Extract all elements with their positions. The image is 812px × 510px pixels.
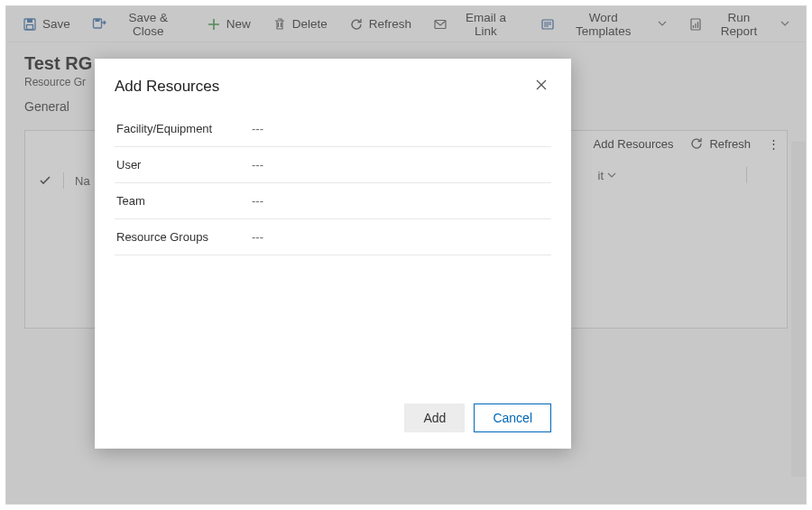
field-value: --- [252, 158, 549, 172]
field-value: --- [252, 230, 549, 244]
field-label: Resource Groups [116, 230, 252, 244]
field-label: User [116, 158, 252, 172]
field-team[interactable]: Team --- [115, 183, 551, 219]
dialog-title: Add Resources [115, 78, 219, 96]
field-value: --- [252, 122, 549, 135]
dialog-body: Facility/Equipment --- User --- Team ---… [95, 104, 571, 391]
field-label: Facility/Equipment [116, 122, 252, 135]
add-resources-dialog: Add Resources Facility/Equipment --- Use… [95, 59, 571, 449]
field-value: --- [252, 194, 549, 208]
field-label: Team [116, 194, 252, 208]
dialog-footer: Add Cancel [95, 391, 571, 449]
close-icon [535, 79, 548, 91]
field-user[interactable]: User --- [115, 147, 551, 183]
add-button[interactable]: Add [404, 403, 465, 432]
close-button[interactable] [531, 75, 551, 98]
field-facility-equipment[interactable]: Facility/Equipment --- [115, 111, 551, 147]
field-resource-groups[interactable]: Resource Groups --- [115, 219, 551, 255]
cancel-button[interactable]: Cancel [474, 403, 551, 432]
